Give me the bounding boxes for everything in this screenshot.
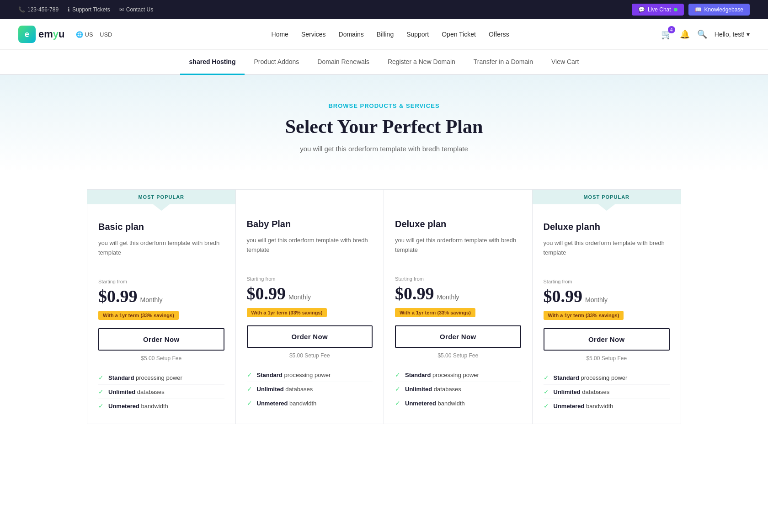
- feature-item: ✓ Unlimited databases: [247, 382, 373, 396]
- plan-body-deluxeh: Deluxe planh you will get this orderform…: [533, 211, 681, 424]
- knowledgebase-button[interactable]: 📖 Knowledgebase: [688, 4, 750, 16]
- feature-item: ✓ Unmetered bandwidth: [98, 399, 224, 413]
- plan-desc-deluxe: you will get this orderform template wit…: [395, 236, 521, 263]
- feature-item: ✓ Unmetered bandwidth: [544, 399, 670, 413]
- phone-number: 📞 123-456-789: [18, 6, 59, 13]
- nav-services[interactable]: Services: [297, 28, 331, 41]
- sub-nav: shared Hosting Product Addons Domain Ren…: [0, 50, 768, 75]
- no-badge-spacer: [236, 190, 384, 208]
- info-icon: ℹ: [68, 6, 70, 13]
- most-popular-arrow-basic: [153, 204, 170, 211]
- plan-price-baby: $0.99 Monthly: [247, 283, 373, 303]
- plans-section: MOST POPULAR Basic plan you will get thi…: [0, 171, 768, 452]
- subnav-register-domain[interactable]: Register a New Domain: [379, 50, 464, 75]
- live-chat-button[interactable]: 💬 Live Chat: [632, 4, 684, 16]
- check-icon: ✓: [544, 388, 549, 395]
- feature-list-deluxe: ✓ Standard processing power ✓ Unlimited …: [395, 368, 521, 410]
- plan-body-baby: Baby Plan you will get this orderform te…: [236, 208, 384, 424]
- nav-billing[interactable]: Billing: [372, 28, 398, 41]
- plan-name-deluxeh: Deluxe planh: [544, 222, 670, 232]
- setup-fee-basic: $5.00 Setup Fee: [98, 355, 224, 362]
- order-now-button-deluxeh[interactable]: Order Now: [544, 328, 670, 351]
- starting-from-deluxeh: Starting from: [544, 279, 670, 284]
- most-popular-badge-deluxeh: MOST POPULAR: [533, 190, 681, 204]
- main-nav: Home Services Domains Billing Support Op…: [267, 28, 514, 41]
- logo[interactable]: e emyu: [18, 26, 65, 43]
- locale-selector[interactable]: 🌐 US – USD: [76, 31, 112, 38]
- user-greeting[interactable]: Hello, test! ▾: [715, 31, 750, 38]
- starting-from-deluxe: Starting from: [395, 276, 521, 282]
- order-now-button-basic[interactable]: Order Now: [98, 328, 224, 351]
- logo-icon: e: [18, 26, 36, 43]
- most-popular-arrow-deluxeh: [598, 204, 615, 211]
- feature-item: ✓ Unmetered bandwidth: [247, 396, 373, 410]
- top-bar: 📞 123-456-789 ℹ Support Tickets ✉ Contac…: [0, 0, 768, 19]
- check-icon: ✓: [544, 374, 549, 381]
- plan-name-basic: Basic plan: [98, 222, 224, 232]
- subnav-transfer-domain[interactable]: Transfer in a Domain: [464, 50, 542, 75]
- feature-item: ✓ Standard processing power: [247, 368, 373, 382]
- subnav-product-addons[interactable]: Product Addons: [245, 50, 308, 75]
- chevron-down-icon: ▾: [747, 31, 750, 38]
- plan-body-basic: Basic plan you will get this orderform t…: [87, 211, 235, 424]
- starting-from-basic: Starting from: [98, 279, 224, 284]
- nav-support[interactable]: Support: [402, 28, 433, 41]
- nav-offers[interactable]: Offerss: [484, 28, 514, 41]
- cart-button[interactable]: 🛒 4: [661, 29, 672, 40]
- hero-tag: BROWSE PRODUCTS & SERVICES: [9, 102, 759, 109]
- plan-price-period-baby: Monthly: [288, 293, 311, 301]
- plan-price-amount-basic: $0.99: [98, 286, 138, 306]
- plan-price-basic: $0.99 Monthly: [98, 286, 224, 306]
- plan-deluxe: Deluxe plan you will get this orderform …: [384, 190, 533, 424]
- plan-desc-basic: you will get this orderform template wit…: [98, 239, 224, 266]
- hero-section: BROWSE PRODUCTS & SERVICES Select Your P…: [0, 75, 768, 171]
- book-icon: 📖: [695, 6, 702, 13]
- savings-badge-deluxeh: With a 1yr term (33% savings): [544, 311, 624, 320]
- check-icon: ✓: [395, 371, 400, 378]
- check-icon: ✓: [247, 385, 252, 393]
- plan-desc-baby: you will get this orderform template wit…: [247, 236, 373, 263]
- no-badge-spacer: [384, 190, 532, 208]
- plan-price-amount-deluxeh: $0.99: [544, 286, 583, 306]
- savings-badge-deluxe: With a 1yr term (33% savings): [395, 308, 475, 317]
- mail-icon: ✉: [119, 6, 124, 13]
- subnav-view-cart[interactable]: View Cart: [542, 50, 588, 75]
- plan-price-amount-baby: $0.99: [247, 283, 286, 303]
- globe-icon: 🌐: [76, 31, 83, 38]
- chat-icon: 💬: [638, 6, 645, 13]
- plan-price-period-basic: Monthly: [140, 296, 163, 303]
- check-icon: ✓: [247, 399, 252, 407]
- plan-baby: Baby Plan you will get this orderform te…: [236, 190, 384, 424]
- nav-domains[interactable]: Domains: [334, 28, 368, 41]
- plan-desc-deluxeh: you will get this orderform template wit…: [544, 239, 670, 266]
- order-now-button-baby[interactable]: Order Now: [247, 325, 373, 348]
- contact-us-link[interactable]: ✉ Contact Us: [119, 6, 153, 13]
- plan-price-deluxe: $0.99 Monthly: [395, 283, 521, 303]
- plan-name-baby: Baby Plan: [247, 219, 373, 229]
- check-icon: ✓: [395, 399, 400, 407]
- setup-fee-deluxeh: $5.00 Setup Fee: [544, 355, 670, 362]
- nav-open-ticket[interactable]: Open Ticket: [437, 28, 480, 41]
- order-now-button-deluxe[interactable]: Order Now: [395, 325, 521, 348]
- feature-item: ✓ Standard processing power: [544, 371, 670, 384]
- plan-price-period-deluxeh: Monthly: [585, 296, 608, 303]
- feature-list-baby: ✓ Standard processing power ✓ Unlimited …: [247, 368, 373, 410]
- subnav-domain-renewals[interactable]: Domain Renewals: [308, 50, 379, 75]
- starting-from-baby: Starting from: [247, 276, 373, 282]
- feature-list-basic: ✓ Standard processing power ✓ Unlimited …: [98, 371, 224, 413]
- nav-home[interactable]: Home: [267, 28, 293, 41]
- support-tickets-link[interactable]: ℹ Support Tickets: [68, 6, 110, 13]
- savings-badge-basic: With a 1yr term (33% savings): [98, 311, 179, 320]
- savings-badge-baby: With a 1yr term (33% savings): [247, 308, 327, 317]
- check-icon: ✓: [247, 371, 252, 378]
- check-icon: ✓: [98, 374, 104, 381]
- notifications-button[interactable]: 🔔: [680, 29, 690, 39]
- top-bar-left: 📞 123-456-789 ℹ Support Tickets ✉ Contac…: [18, 6, 153, 13]
- search-button[interactable]: 🔍: [697, 29, 707, 39]
- subnav-shared-hosting[interactable]: shared Hosting: [180, 50, 245, 75]
- logo-text: emyu: [38, 28, 65, 40]
- cart-badge: 4: [668, 26, 675, 33]
- online-dot: [674, 8, 677, 11]
- plan-name-deluxe: Deluxe plan: [395, 219, 521, 229]
- check-icon: ✓: [98, 388, 104, 395]
